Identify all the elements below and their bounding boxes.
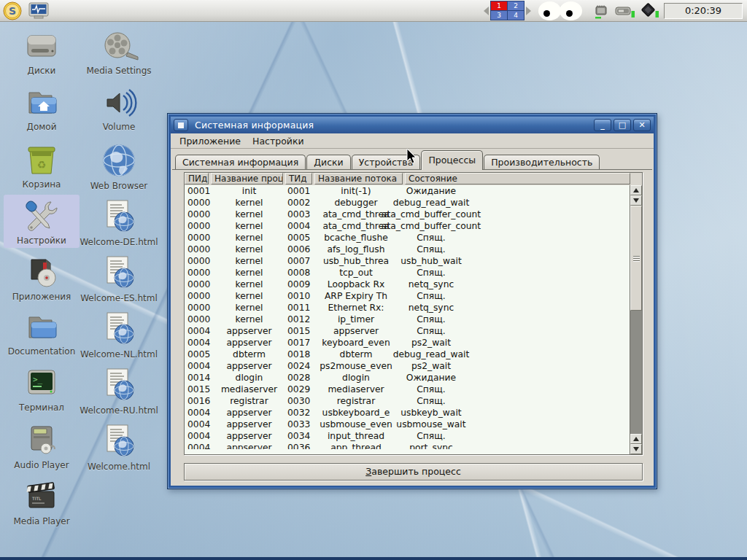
desktop-icon-home[interactable]: Домой bbox=[4, 85, 80, 132]
desktop-icon-disks[interactable]: Диски bbox=[4, 29, 80, 76]
column-header-tid[interactable]: ТИд bbox=[285, 173, 312, 184]
desktop-icon-label: Терминал bbox=[4, 402, 80, 413]
tab-system-information[interactable]: Системная информация bbox=[175, 155, 306, 170]
table-row[interactable]: 0000kernel0010ARP Expiry ThСпящ. bbox=[185, 290, 630, 302]
workspace-next-icon[interactable] bbox=[526, 7, 531, 15]
desktop-icon-terminal[interactable]: >_ Терминал bbox=[4, 366, 80, 413]
desktop-icon-audio-player[interactable]: Audio Player bbox=[4, 422, 80, 470]
desktop-icon-settings[interactable]: Настройки bbox=[4, 195, 80, 248]
eyes-widget bbox=[540, 1, 582, 20]
desktop-icon-media-settings[interactable]: Media Settings bbox=[76, 29, 162, 76]
table-row[interactable]: 0001init0001init(-1)Ожидание bbox=[185, 185, 630, 197]
scroll-up-icon[interactable] bbox=[630, 185, 642, 195]
tab-performance[interactable]: Производительность bbox=[484, 155, 600, 170]
table-row[interactable]: 0000kernel0008tcp_outСпящ. bbox=[185, 267, 630, 279]
desktop-icon-label: Корзина bbox=[4, 179, 80, 190]
mouse-cursor bbox=[406, 148, 418, 165]
svg-text:♻: ♻ bbox=[37, 159, 47, 171]
tab-processes[interactable]: Процессы bbox=[421, 150, 483, 170]
table-row[interactable]: 0004appserver0032usbkeyboard_eusbkeyb_wa… bbox=[185, 407, 630, 419]
window-titlebar[interactable]: Системная информация _ □ ✕ bbox=[171, 117, 654, 133]
chip-monitor-icon[interactable] bbox=[640, 2, 659, 20]
desktop-icon-welcome-nl[interactable]: Welcome-NL.html bbox=[76, 310, 162, 359]
table-cell: 0000 bbox=[187, 279, 210, 290]
table-row[interactable]: 0000kernel0006afs_log_flushСпящ. bbox=[185, 244, 630, 255]
table-row[interactable]: 0000kernel0003ata_cmd_threaata_cmd_buffe… bbox=[185, 209, 630, 220]
table-row[interactable]: 0004appserver0017keyboard_evenps2_wait bbox=[185, 337, 630, 349]
cpu-monitor-icon[interactable] bbox=[592, 2, 610, 20]
window-title: Системная информация bbox=[195, 120, 314, 131]
table-cell: 0008 bbox=[287, 267, 310, 279]
vertical-scrollbar[interactable] bbox=[630, 185, 642, 454]
desktop-icon-welcome-de[interactable]: Welcome-DE.html bbox=[76, 198, 162, 247]
doc-globe-icon bbox=[100, 198, 138, 236]
tab-divider bbox=[172, 169, 652, 170]
desktop-icon-volume[interactable]: Volume bbox=[76, 85, 162, 132]
table-rows[interactable]: 0001init0001init(-1)Ожидание0000kernel00… bbox=[185, 185, 630, 449]
desktop-icon-web-browser[interactable]: Web Browser bbox=[76, 141, 162, 191]
table-cell: 0006 bbox=[287, 244, 310, 255]
workspace-4[interactable]: 4 bbox=[508, 11, 524, 20]
system-monitor-icon[interactable] bbox=[28, 2, 50, 20]
table-cell: 0007 bbox=[287, 255, 310, 267]
desktop-icon-media-player[interactable]: TITL Media Player bbox=[4, 478, 80, 526]
table-row[interactable]: 0004appserver0036app_threadport_sync bbox=[185, 442, 630, 449]
maximize-button[interactable]: □ bbox=[614, 119, 631, 131]
folder-icon bbox=[23, 310, 61, 345]
desktop-icon-welcome[interactable]: Welcome.html bbox=[76, 422, 162, 472]
scroll-down-icon[interactable] bbox=[630, 195, 642, 206]
table-row[interactable]: 0004appserver0024ps2mouse_evenps2_wait bbox=[185, 360, 630, 372]
table-row[interactable]: 0014dlogin0028dloginОжидание bbox=[185, 372, 630, 384]
table-cell: Ожидание bbox=[358, 185, 504, 197]
menu-settings[interactable]: Настройки bbox=[248, 134, 309, 148]
table-cell: ata_cmd_buffer_count bbox=[358, 209, 504, 220]
syllable-menu-icon[interactable]: S bbox=[3, 1, 22, 20]
desktop-icon-applications[interactable]: Приложения bbox=[4, 254, 80, 302]
scroll-down-icon-bottom[interactable] bbox=[630, 444, 642, 454]
table-row[interactable]: 0005dbterm0018dbtermdebug_read_wait bbox=[185, 349, 630, 360]
table-cell: 0000 bbox=[187, 220, 210, 232]
column-header-process-name[interactable]: Название проц bbox=[211, 173, 283, 184]
desktop-icon-welcome-ru[interactable]: Welcome-RU.html bbox=[76, 366, 162, 416]
desktop-icon-documentation[interactable]: Documentation bbox=[4, 310, 80, 357]
kill-process-button[interactable]: Завершить процесс bbox=[184, 463, 643, 481]
table-cell: Спящ. bbox=[358, 395, 504, 407]
table-row[interactable]: 0000kernel0007usb_hub_threausb_hub_wait bbox=[185, 255, 630, 267]
desktop-icon-trash[interactable]: ♻ Корзина bbox=[4, 141, 80, 190]
column-header-state[interactable]: Состояние bbox=[405, 173, 630, 184]
table-row[interactable]: 0000kernel0012ip_timerСпящ. bbox=[185, 314, 630, 325]
table-row[interactable]: 0000kernel0002debuggerdebug_read_wait bbox=[185, 197, 630, 209]
workspace-pager[interactable]: 1 2 3 4 bbox=[484, 1, 531, 20]
menu-application[interactable]: Приложение bbox=[175, 134, 245, 148]
workspace-1[interactable]: 1 bbox=[491, 1, 507, 10]
memory-monitor-icon[interactable] bbox=[615, 2, 635, 20]
table-row[interactable]: 0016registrar0030registrarСпящ. bbox=[185, 395, 630, 407]
desktop-icon-welcome-es[interactable]: Welcome-ES.html bbox=[76, 254, 162, 303]
table-cell: 0004 bbox=[287, 220, 310, 232]
tab-disks[interactable]: Диски bbox=[306, 155, 350, 170]
globe-icon bbox=[98, 141, 139, 179]
scrollbar-thumb[interactable] bbox=[630, 206, 642, 311]
table-row[interactable]: 0004appserver0034input_threadСпящ. bbox=[185, 430, 630, 442]
scroll-up-icon-bottom[interactable] bbox=[630, 434, 642, 444]
table-row[interactable]: 0000kernel0009Loopback Rxnetq_sync bbox=[185, 279, 630, 290]
table-row[interactable]: 0000kernel0005bcache_flusheСпящ. bbox=[185, 232, 630, 244]
table-header: ПИд Название проц ТИд Название потока Со… bbox=[185, 173, 642, 185]
workspace-2[interactable]: 2 bbox=[508, 1, 524, 10]
window-menu-icon[interactable] bbox=[174, 119, 188, 131]
table-cell: kernel bbox=[211, 220, 287, 232]
table-row[interactable]: 0004appserver0015appserverСпящ. bbox=[185, 325, 630, 337]
table-cell: Спящ. bbox=[358, 244, 504, 255]
column-header-pid[interactable]: ПИд bbox=[185, 173, 209, 184]
column-header-thread-name[interactable]: Название потока bbox=[314, 173, 403, 184]
minimize-button[interactable]: _ bbox=[594, 119, 611, 131]
table-row[interactable]: 0015mediaserver0029mediaserverСпящ. bbox=[185, 384, 630, 395]
table-row[interactable]: 0004appserver0033usbmouse_evenusbmouse_w… bbox=[185, 419, 630, 430]
workspace-3[interactable]: 3 bbox=[491, 11, 507, 20]
table-cell: 0000 bbox=[187, 244, 210, 255]
table-row[interactable]: 0000kernel0011Ethernet Rx:netq_sync bbox=[185, 302, 630, 314]
scrollbar-track[interactable] bbox=[630, 311, 642, 434]
workspace-prev-icon[interactable] bbox=[484, 7, 489, 15]
close-button[interactable]: ✕ bbox=[633, 119, 651, 131]
table-row[interactable]: 0000kernel0004ata_cmd_threaata_cmd_buffe… bbox=[185, 220, 630, 232]
